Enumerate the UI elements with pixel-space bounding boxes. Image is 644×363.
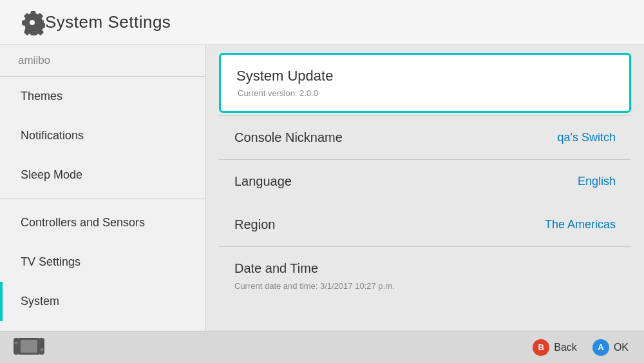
- console-nickname-value: qa's Switch: [558, 131, 616, 144]
- back-label: Back: [554, 342, 577, 353]
- svg-point-3: [15, 341, 18, 344]
- region-row[interactable]: Region The Americas: [219, 203, 631, 246]
- region-label: Region: [234, 217, 275, 232]
- sidebar: amiibo Themes Notifications Sleep Mode C…: [0, 45, 206, 331]
- svg-point-5: [41, 348, 44, 351]
- a-button-circle: A: [592, 339, 609, 356]
- svg-rect-1: [21, 340, 37, 353]
- region-value: The Americas: [545, 218, 616, 231]
- date-time-label: Date and Time: [234, 261, 318, 276]
- footer-switch-icon: [13, 336, 45, 359]
- sidebar-item-system[interactable]: System: [0, 282, 205, 321]
- back-button[interactable]: B Back: [533, 339, 577, 356]
- ok-label: OK: [614, 342, 629, 353]
- sidebar-divider: [0, 199, 205, 199]
- header: System Settings: [0, 0, 644, 45]
- sidebar-item-themes[interactable]: Themes: [0, 77, 205, 116]
- sidebar-item-sleep-mode[interactable]: Sleep Mode: [0, 155, 205, 195]
- b-button-circle: B: [533, 339, 549, 356]
- language-value: English: [578, 175, 616, 188]
- ok-button[interactable]: A OK: [592, 339, 629, 356]
- svg-rect-4: [39, 338, 44, 355]
- sidebar-item-controllers[interactable]: Controllers and Sensors: [0, 203, 205, 242]
- main-layout: amiibo Themes Notifications Sleep Mode C…: [0, 45, 644, 331]
- sidebar-item-notifications[interactable]: Notifications: [0, 116, 205, 155]
- sidebar-item-amiibo[interactable]: amiibo: [0, 45, 205, 77]
- switch-console-icon: [13, 336, 45, 357]
- date-time-sub: Current date and time: 3/1/2017 10:27 p.…: [206, 281, 644, 291]
- console-nickname-row[interactable]: Console Nickname qa's Switch: [219, 116, 631, 159]
- system-update-section[interactable]: System Update Current version: 2.0.0: [219, 53, 631, 113]
- system-update-title: System Update: [236, 68, 614, 84]
- footer: B Back A OK: [0, 331, 644, 363]
- sidebar-item-tv-settings[interactable]: TV Settings: [0, 242, 205, 282]
- language-label: Language: [234, 174, 292, 189]
- system-update-version: Current version: 2.0.0: [236, 88, 614, 98]
- language-row[interactable]: Language English: [219, 160, 631, 203]
- gear-icon: [19, 10, 45, 35]
- page-title: System Settings: [45, 12, 171, 32]
- svg-rect-2: [14, 338, 19, 355]
- content-area: System Update Current version: 2.0.0 Con…: [206, 45, 644, 331]
- console-nickname-label: Console Nickname: [234, 130, 343, 145]
